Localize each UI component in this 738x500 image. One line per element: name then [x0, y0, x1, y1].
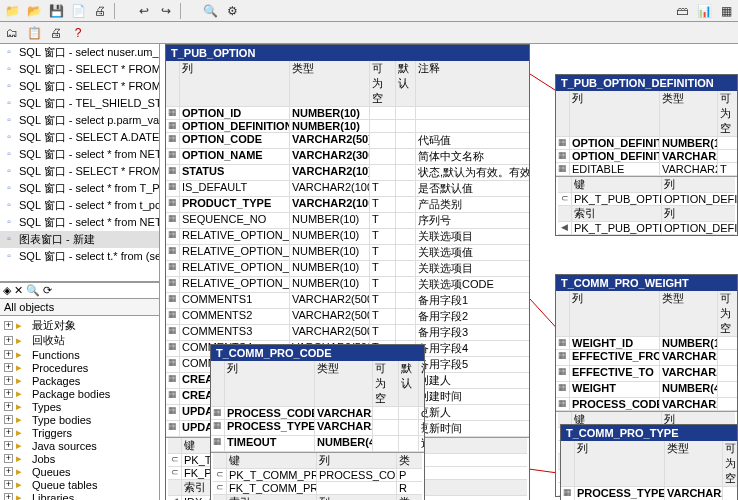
- column-row[interactable]: ▦RELATIVE_OPTION_ID_2NUMBER(10)T关联选项CODE: [166, 277, 529, 293]
- tool-icon[interactable]: ✕: [14, 284, 23, 297]
- tree-item[interactable]: +▸Queue tables: [2, 478, 157, 491]
- expand-icon[interactable]: +: [4, 441, 13, 450]
- tree-item[interactable]: +▸Packages: [2, 374, 157, 387]
- tree-item[interactable]: +▸Type bodies: [2, 413, 157, 426]
- index-row[interactable]: ◀PK_T_PUB_OPTION_DEFINITIONOPTION_DEFINI…: [558, 222, 735, 235]
- tool-icon[interactable]: ▦: [718, 3, 734, 19]
- column-row[interactable]: ▦RELATIVE_OPTION_DEF_ID_1NUMBER(10)T关联选项…: [166, 229, 529, 245]
- tool-icon[interactable]: ◈: [3, 284, 11, 297]
- table-t-comm-pro-code[interactable]: T_COMM_PRO_CODE列类型可为空默认注释▦PROCESS_CODEVA…: [210, 344, 425, 500]
- sql-window-item[interactable]: ▫SQL 窗口 - select * from NETS2DATA.T_P: [0, 214, 159, 231]
- expand-icon[interactable]: +: [4, 467, 13, 476]
- sql-window-item[interactable]: ▫SQL 窗口 - SELECT * FROM t_nets_assigned: [0, 78, 159, 95]
- column-row[interactable]: ▦PRODUCT_TYPEVARCHAR2(100)T产品类别: [166, 197, 529, 213]
- sql-window-item[interactable]: ▫SQL 窗口 - select nuser.um_id tmrId, ty.i…: [0, 44, 159, 61]
- sql-window-list[interactable]: ▫SQL 窗口 - select nuser.um_id tmrId, ty.i…: [0, 44, 159, 282]
- sql-window-item[interactable]: ▫SQL 窗口 - TEL_SHIELD_START_END GET: [0, 95, 159, 112]
- expand-icon[interactable]: +: [4, 350, 13, 359]
- column-row[interactable]: ▦EDITABLEVARCHAR2(1)T: [556, 163, 737, 176]
- tool-icon[interactable]: 💾: [48, 3, 64, 19]
- tree-item[interactable]: +▸Package bodies: [2, 387, 157, 400]
- column-row[interactable]: ▦OPTION_DEFINITION_IDNUMBER(10): [166, 120, 529, 133]
- expand-icon[interactable]: +: [4, 480, 13, 489]
- expand-icon[interactable]: +: [4, 363, 13, 372]
- panel-title[interactable]: T_COMM_PRO_WEIGHT: [556, 275, 737, 291]
- column-row[interactable]: ▦WEIGHTNUMBER(4)权重: [556, 382, 737, 398]
- sql-window-item[interactable]: ▫SQL 窗口 - select * from T_PUB_SEND_LO: [0, 180, 159, 197]
- sql-window-item[interactable]: ▫SQL 窗口 - select t.* from (select a.cons…: [0, 248, 159, 265]
- column-row[interactable]: ▦OPTION_IDNUMBER(10): [166, 107, 529, 120]
- tool-icon[interactable]: 🗂: [4, 25, 20, 41]
- tree-item[interactable]: +▸Types: [2, 400, 157, 413]
- sql-window-item[interactable]: ▫SQL 窗口 - SELECT * FROM t_comm_sys_: [0, 163, 159, 180]
- tree-item[interactable]: +▸最近对象: [2, 318, 157, 333]
- table-t-pub-option-definition[interactable]: T_PUB_OPTION_DEFINITION列类型可为空默认注释▦OPTION…: [555, 74, 738, 236]
- tree-item[interactable]: +▸Triggers: [2, 426, 157, 439]
- tool-icon[interactable]: 📄: [70, 3, 86, 19]
- column-row[interactable]: ▦COMMENTS1VARCHAR2(500)T备用字段1: [166, 293, 529, 309]
- tool-icon[interactable]: 🔍: [26, 284, 40, 297]
- column-row[interactable]: ▦PROCESS_CODEVARCHAR2(20: [556, 398, 737, 411]
- expand-icon[interactable]: +: [4, 376, 13, 385]
- key-row[interactable]: ⊂FK_T_COMM_PR_FK_PRO_T_COMM_PROR: [213, 482, 422, 495]
- expand-icon[interactable]: +: [4, 493, 13, 500]
- panel-title[interactable]: T_COMM_PRO_TYPE: [561, 425, 737, 441]
- object-tree[interactable]: +▸最近对象+▸回收站+▸Functions+▸Procedures+▸Pack…: [0, 316, 159, 500]
- column-row[interactable]: ▦EFFECTIVE_FROMVARCHAR2(10开始时: [556, 350, 737, 366]
- panel-title[interactable]: T_PUB_OPTION_DEFINITION: [556, 75, 737, 91]
- column-row[interactable]: ▦PROCESS_TYPEVARCHAR2(10操作类型: [211, 420, 424, 436]
- column-row[interactable]: ▦EFFECTIVE_TOVARCHAR2(10结束时: [556, 366, 737, 382]
- column-row[interactable]: ▦OPTION_NAMEVARCHAR2(300)简体中文名称: [166, 149, 529, 165]
- column-row[interactable]: ▦TIMEOUTNUMBER(4)过期时间: [211, 436, 424, 452]
- tree-item[interactable]: +▸Functions: [2, 348, 157, 361]
- key-row[interactable]: ⊂PK_T_COMM_PRO_CODEPROCESS_CODEP: [213, 469, 422, 482]
- tool-icon[interactable]: ⟳: [43, 284, 52, 297]
- key-row[interactable]: ⊂PK_T_PUB_OPTION_DEFINITIONOPTION_DEFINI…: [558, 193, 735, 206]
- column-row[interactable]: ▦OPTION_CODEVARCHAR2(50)代码值: [166, 133, 529, 149]
- column-row[interactable]: ▦OPTION_DEFINITION_NAMEVARCHAR2(200): [556, 150, 737, 163]
- panel-title[interactable]: T_PUB_OPTION: [166, 45, 529, 61]
- column-row[interactable]: ▦COMMENTS3VARCHAR2(500)T备用字段3: [166, 325, 529, 341]
- expand-icon[interactable]: +: [4, 428, 13, 437]
- tool-icon[interactable]: 📁: [4, 3, 20, 19]
- tree-item[interactable]: +▸Jobs: [2, 452, 157, 465]
- sql-window-item[interactable]: ▫SQL 窗口 - select * from NETS2DATA.T_P: [0, 146, 159, 163]
- tool-icon[interactable]: 📋: [26, 25, 42, 41]
- column-row[interactable]: ▦RELATIVE_OPTION_DEF_ID_2NUMBER(10)T关联选项…: [166, 261, 529, 277]
- tool-icon[interactable]: ⚙: [224, 3, 240, 19]
- column-row[interactable]: ▦PROCESS_CODEVARCHAR2(20code: [211, 407, 424, 420]
- panel-title[interactable]: T_COMM_PRO_CODE: [211, 345, 424, 361]
- tool-icon[interactable]: 🗃: [674, 3, 690, 19]
- tree-item[interactable]: +▸Queues: [2, 465, 157, 478]
- tree-item[interactable]: +▸Libraries: [2, 491, 157, 500]
- diagram-canvas[interactable]: T_PUB_OPTION列类型可为空默认注释▦OPTION_IDNUMBER(1…: [160, 44, 738, 500]
- tool-icon[interactable]: ↩: [136, 3, 152, 19]
- tree-item[interactable]: +▸Procedures: [2, 361, 157, 374]
- tool-icon[interactable]: 📂: [26, 3, 42, 19]
- tool-icon[interactable]: 🖨: [92, 3, 108, 19]
- column-row[interactable]: ▦IS_DEFAULTVARCHAR2(100)T是否默认值: [166, 181, 529, 197]
- expand-icon[interactable]: +: [4, 454, 13, 463]
- all-objects-header[interactable]: All objects: [0, 298, 159, 316]
- sql-window-item[interactable]: ▫图表窗口 - 新建: [0, 231, 159, 248]
- column-row[interactable]: ▦RELATIVE_OPTION_ID_1NUMBER(10)T关联选项值: [166, 245, 529, 261]
- sql-window-item[interactable]: ▫SQL 窗口 - select * from t_pc_shopping_c: [0, 197, 159, 214]
- expand-icon[interactable]: +: [4, 321, 13, 330]
- sql-window-item[interactable]: ▫SQL 窗口 - SELECT A.DATE_CREATED,A.C: [0, 129, 159, 146]
- column-row[interactable]: ▦OPTION_DEFINITION_IDNUMBER(10): [556, 137, 737, 150]
- column-row[interactable]: ▦WEIGHT_IDNUMBER(10): [556, 337, 737, 350]
- tool-icon[interactable]: ?: [70, 25, 86, 41]
- tool-icon[interactable]: ↪: [158, 3, 174, 19]
- column-row[interactable]: ▦COMMENTS2VARCHAR2(500)T备用字段2: [166, 309, 529, 325]
- expand-icon[interactable]: +: [4, 415, 13, 424]
- column-row[interactable]: ▦PROCESS_TYPEVARCHAR2(10操作类型: [561, 487, 737, 500]
- sql-window-item[interactable]: ▫SQL 窗口 - select p.parm_value from t_oc: [0, 112, 159, 129]
- expand-icon[interactable]: +: [4, 336, 13, 345]
- table-t-comm-pro-type[interactable]: T_COMM_PRO_TYPE列类型可为空默认注释▦PROCESS_TYPEVA…: [560, 424, 738, 500]
- column-row[interactable]: ▦SEQUENCE_NONUMBER(10)T序列号: [166, 213, 529, 229]
- expand-icon[interactable]: +: [4, 389, 13, 398]
- tree-item[interactable]: +▸回收站: [2, 333, 157, 348]
- tool-icon[interactable]: 🔍: [202, 3, 218, 19]
- tool-icon[interactable]: 🖨: [48, 25, 64, 41]
- tree-item[interactable]: +▸Java sources: [2, 439, 157, 452]
